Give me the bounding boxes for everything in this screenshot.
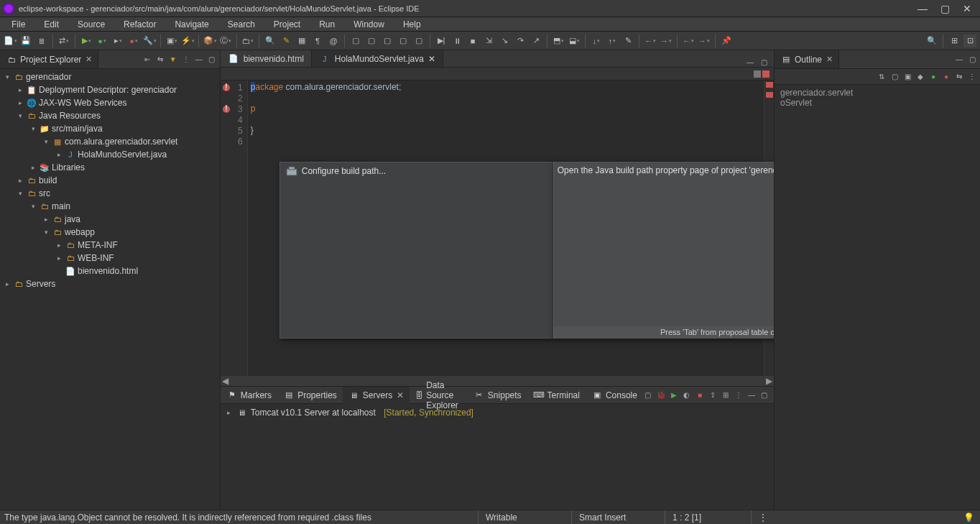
hide-nonpublic-button[interactable]: ◆ (915, 72, 925, 82)
step-into-button[interactable]: ↘ (498, 35, 511, 47)
minimize-view-button[interactable]: — (194, 55, 204, 65)
view-menu-button[interactable]: ⋮ (967, 72, 977, 82)
proposal-item[interactable]: Configure build path... (280, 162, 551, 180)
editor-tab-close[interactable]: ✕ (428, 54, 435, 64)
toggle-button[interactable]: ⇄ (57, 35, 70, 47)
quick-access-button[interactable]: 🔍 (925, 35, 938, 47)
editor-body[interactable]: !1 2 !3 4 5 6 package com.alura.gerencia… (221, 81, 774, 376)
outline-close[interactable]: ✕ (826, 55, 833, 64)
minimize-button[interactable]: — (917, 3, 928, 14)
server-profile-button[interactable]: ◐ (682, 390, 692, 400)
new-server-button[interactable]: ⚡ (181, 35, 194, 47)
tree-node-metainf[interactable]: ▸🗀META-INF (0, 239, 220, 252)
menu-help[interactable]: Help (394, 18, 430, 31)
project-explorer-close[interactable]: ✕ (85, 55, 92, 64)
resume-button[interactable]: ▶| (435, 35, 448, 47)
run-last-button[interactable]: ● (127, 35, 140, 47)
server-start-button[interactable]: ▶ (669, 390, 679, 400)
tree-node-libraries[interactable]: ▸📚Libraries (0, 161, 220, 174)
server-new-button[interactable]: ▢ (643, 390, 653, 400)
tab-markers[interactable]: ⚑Markers (221, 387, 277, 404)
java-ee-perspective-button[interactable]: ⊡ (963, 35, 976, 47)
error-marker-icon[interactable]: ! (222, 83, 231, 92)
editor-tab-bienvenido[interactable]: 📄 bienvenido.html (221, 50, 312, 67)
outline-pkg[interactable]: gerenciador.servlet (780, 88, 974, 98)
error-marker-icon[interactable]: ! (222, 105, 231, 114)
coverage-button[interactable]: ▸ (111, 35, 124, 47)
tab-servers[interactable]: 🖥Servers✕ (343, 387, 410, 404)
save-button[interactable]: 💾 (19, 35, 32, 47)
outline-body[interactable]: gerenciador.servlet oServlet (775, 85, 980, 111)
show-whitespace-button[interactable]: ¶ (311, 35, 324, 47)
focus-button[interactable]: ● (941, 72, 951, 82)
toggle-block-button[interactable]: ▦ (295, 35, 308, 47)
last-edit-button[interactable]: ✎ (621, 35, 634, 47)
external-tools-button[interactable]: 🔧 (143, 35, 156, 47)
tree-node-javafile[interactable]: ▸JHolaMundoServlet.java (0, 148, 220, 161)
open-type-button[interactable]: 🗀 (241, 35, 254, 47)
link-button[interactable]: ⇆ (954, 72, 964, 82)
editor-maximize[interactable]: ▢ (759, 57, 769, 67)
tree-node-javares[interactable]: ▾🗀Java Resources (0, 109, 220, 122)
project-tree[interactable]: ▾🗀gerenciador ▸📋Deployment Descriptor: g… (0, 69, 220, 510)
maximize-view-button[interactable]: ▢ (967, 55, 977, 65)
new-java-class-button[interactable]: Ⓒ (219, 35, 232, 47)
editor-code[interactable]: package com.alura.gerenciador.servlet; p… (248, 81, 764, 376)
error-indicator-icon[interactable] (762, 70, 769, 78)
ruler-toggle-icon[interactable] (754, 70, 761, 78)
search-button[interactable]: 🔍 (264, 35, 277, 47)
hide-fields-button[interactable]: ▢ (889, 72, 900, 82)
hide-static-button[interactable]: ▣ (902, 72, 912, 82)
outline-tab[interactable]: ▤ Outline ✕ (775, 50, 839, 68)
tree-node-webapp[interactable]: ▾🗀webapp (0, 226, 220, 239)
tree-node-java[interactable]: ▸🗀java (0, 213, 220, 226)
new-button[interactable]: 📄 (4, 35, 17, 47)
tree-node-webinf[interactable]: ▸🗀WEB-INF (0, 252, 220, 265)
content-assist-description[interactable]: Open the Java build path property page o… (553, 162, 774, 339)
use-step-filters-button[interactable]: ⬓ (568, 35, 581, 47)
sort-button[interactable]: ⇅ (877, 72, 887, 82)
menu-edit[interactable]: Edit (35, 18, 68, 31)
jsp-icon[interactable]: ▢ (349, 35, 362, 47)
maximize-button[interactable]: ▢ (940, 3, 950, 14)
tab-terminal[interactable]: ⌨Terminal (527, 387, 586, 404)
save-all-button[interactable]: 🗎 (35, 35, 48, 47)
tab-console[interactable]: ▣Console (586, 387, 643, 404)
hide-local-button[interactable]: ● (928, 72, 938, 82)
servers-body[interactable]: ▸ 🖥 Tomcat v10.1 Server at localhost [St… (221, 404, 774, 510)
tree-node-src[interactable]: ▾🗀src (0, 187, 220, 200)
run-button[interactable]: ● (96, 35, 108, 47)
server-stop-button[interactable]: ■ (695, 390, 705, 400)
menu-file[interactable]: File (3, 18, 34, 31)
minimize-view-button[interactable]: — (954, 55, 964, 65)
error-mark[interactable] (766, 82, 773, 88)
new-java-package-button[interactable]: 📦 (203, 35, 216, 47)
menu-source[interactable]: Source (69, 18, 114, 31)
tree-node-project[interactable]: ▾🗀gerenciador (0, 70, 220, 83)
tab-properties[interactable]: ▤Properties (277, 387, 343, 404)
nav-back-button[interactable]: ← (682, 35, 695, 47)
start-server-button[interactable]: ▣ (165, 35, 178, 47)
editor-tab-holamundo[interactable]: J HolaMundoServlet.java ✕ (312, 50, 443, 67)
maximize-view-button[interactable]: ▢ (207, 55, 217, 65)
tree-node-bienvenido[interactable]: 📄bienvenido.html (0, 265, 220, 277)
menu-window[interactable]: Window (345, 18, 393, 31)
back-button[interactable]: ← (644, 35, 657, 47)
tree-node-deploy[interactable]: ▸📋Deployment Descriptor: gerenciador (0, 83, 220, 96)
server-clean-button[interactable]: ⊞ (721, 390, 731, 400)
server-start-debug-button[interactable]: 🐞 (656, 390, 666, 400)
menu-search[interactable]: Search (219, 18, 264, 31)
status-menu[interactable]: ⋮ (751, 510, 766, 524)
tree-node-srcmainjava[interactable]: ▾📁src/main/java (0, 122, 220, 135)
drop-frame-button[interactable]: ⬒ (552, 35, 565, 47)
css-icon[interactable]: ▢ (365, 35, 378, 47)
disconnect-button[interactable]: ⇲ (482, 35, 495, 47)
outline-class[interactable]: oServlet (780, 98, 974, 108)
pin-button[interactable]: 📌 (720, 35, 733, 47)
tree-node-build[interactable]: ▸🗀build (0, 174, 220, 187)
link-editor-button[interactable]: ⇆ (155, 55, 165, 65)
toggle-mark-button[interactable]: ✎ (279, 35, 292, 47)
server-publish-button[interactable]: ⇪ (708, 390, 718, 400)
debug-button[interactable]: ▶ (80, 35, 93, 47)
maximize-view-button[interactable]: ▢ (759, 390, 769, 400)
